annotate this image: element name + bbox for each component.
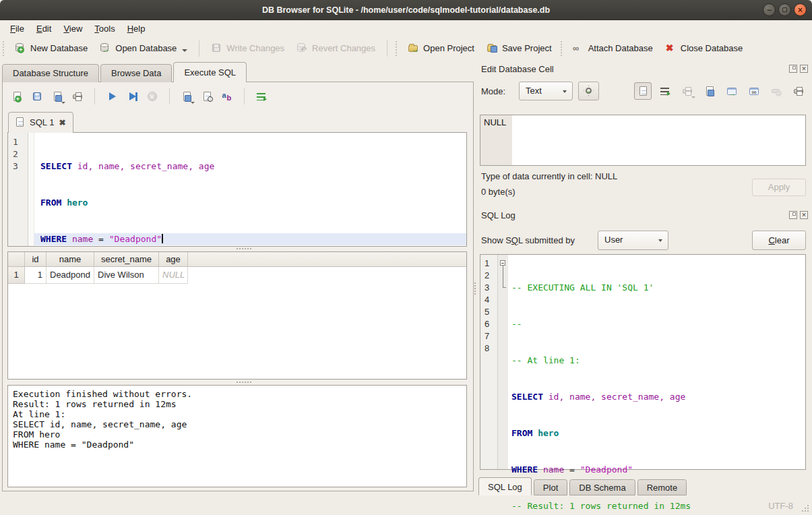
stop-icon: ✕: [147, 91, 158, 102]
fold-minus-icon[interactable]: [500, 260, 505, 266]
tab-remote[interactable]: Remote: [637, 479, 687, 495]
open-database-button[interactable]: Open Database: [94, 39, 193, 57]
cell-name[interactable]: Deadpond: [46, 267, 94, 284]
new-database-icon: [15, 42, 26, 54]
sql-editor[interactable]: 1 2 3 SELECT id, name, secret_name, age …: [7, 132, 467, 247]
save-sql-file-button[interactable]: [49, 88, 66, 105]
open-database-icon: [100, 42, 111, 54]
execute-all-button[interactable]: [103, 88, 121, 105]
word-wrap-cell-button[interactable]: [656, 82, 674, 100]
edit-cell-dock-header[interactable]: Edit Database Cell ✕: [477, 61, 812, 78]
column-header-age[interactable]: age: [159, 252, 188, 266]
open-external-button[interactable]: [723, 82, 741, 100]
stop-execution-button[interactable]: ✕: [144, 88, 161, 105]
tab-plot[interactable]: Plot: [534, 479, 567, 495]
close-database-button[interactable]: ✖ Close Database: [659, 39, 749, 57]
open-tab-button[interactable]: [8, 88, 26, 105]
column-header-secret-name[interactable]: secret_name: [94, 252, 159, 266]
sql-tab[interactable]: SQL 1 ✖: [8, 112, 73, 133]
apply-button[interactable]: Apply: [752, 179, 806, 196]
print-cell-button[interactable]: [790, 82, 807, 100]
sql-tab-close-icon[interactable]: ✖: [59, 119, 65, 126]
maximize-button[interactable]: [778, 3, 791, 16]
log-line: SELECT id, name, secret_name, age: [508, 391, 805, 403]
print-icon: [72, 91, 84, 102]
menu-tools[interactable]: Tools: [88, 22, 121, 35]
results-grid[interactable]: id name secret_name age 1 1 Deadpond Div…: [7, 251, 467, 380]
tab-db-schema[interactable]: DB Schema: [569, 479, 635, 495]
find-button[interactable]: [198, 88, 216, 105]
clear-log-button[interactable]: Clear: [752, 231, 806, 250]
cell-null-value: NULL: [480, 115, 512, 165]
toolbar-drag-handle[interactable]: [396, 41, 398, 56]
dock-close-button[interactable]: ✕: [800, 211, 808, 219]
column-header-id[interactable]: id: [25, 252, 46, 266]
dock-float-button[interactable]: [789, 211, 797, 219]
tab-sql-log[interactable]: SQL Log: [478, 477, 532, 495]
menu-help[interactable]: Help: [121, 22, 152, 35]
column-header-name[interactable]: name: [46, 252, 94, 266]
cell-type-info: Type of data currently in cell: NULL: [481, 171, 617, 181]
results-message-splitter[interactable]: [7, 380, 467, 384]
dropdown-caret-icon[interactable]: [182, 49, 187, 52]
menu-file[interactable]: File: [4, 22, 30, 35]
row-header[interactable]: 1: [8, 267, 25, 284]
corner-header[interactable]: [8, 252, 25, 266]
revert-changes-button[interactable]: Revert Changes: [290, 39, 381, 57]
mode-select[interactable]: Text: [519, 82, 573, 100]
menu-view[interactable]: View: [57, 22, 88, 35]
titlebar[interactable]: DB Browser for SQLite - /home/user/code/…: [0, 0, 812, 20]
toolbar-separator: [244, 88, 245, 104]
tab-execute-sql[interactable]: Execute SQL: [173, 62, 247, 82]
execute-all-icon: [106, 91, 118, 102]
import-cell-button[interactable]: [679, 82, 696, 100]
cell-age[interactable]: NULL: [159, 267, 188, 284]
mode-apply-button[interactable]: [578, 82, 599, 100]
minimize-button[interactable]: −: [763, 3, 776, 16]
save-project-icon: [487, 42, 498, 54]
log-line: -- EXECUTING ALL IN 'SQL 1': [508, 282, 805, 294]
print-cell-icon: [793, 86, 805, 97]
cell-value-editor[interactable]: NULL: [480, 115, 806, 166]
sql-log-dock-header[interactable]: SQL Log ✕: [477, 208, 812, 224]
resize-grip[interactable]: [802, 505, 809, 512]
tab-database-structure[interactable]: Database Structure: [2, 64, 99, 82]
attach-database-button[interactable]: ∞ Attach Database: [567, 39, 659, 57]
cell-secret-name[interactable]: Dive Wilson: [94, 267, 159, 284]
toolbar-drag-handle[interactable]: [3, 41, 5, 56]
new-database-button[interactable]: New Database: [9, 39, 94, 57]
copy-link-button[interactable]: [745, 82, 763, 100]
toolbar-drag-handle[interactable]: [561, 41, 563, 56]
print-button[interactable]: [69, 88, 86, 105]
dock-float-button[interactable]: [789, 65, 797, 73]
toolbar-separator: [199, 40, 199, 57]
attach-database-icon: ∞: [573, 42, 584, 54]
word-wrap-button[interactable]: [253, 88, 270, 105]
export-cell-button[interactable]: [701, 82, 718, 100]
dock-close-button[interactable]: ✕: [800, 65, 808, 73]
editor-results-splitter[interactable]: [7, 246, 467, 251]
text-mode-button[interactable]: [634, 82, 652, 100]
menu-edit[interactable]: Edit: [30, 22, 57, 35]
tab-browse-data[interactable]: Browse Data: [100, 64, 172, 82]
submitter-select[interactable]: User: [598, 231, 668, 250]
execution-message-panel[interactable]: Execution finished without errors. Resul…: [7, 385, 467, 487]
set-null-button[interactable]: [768, 82, 785, 100]
save-project-button[interactable]: Save Project: [480, 39, 558, 57]
open-project-button[interactable]: Open Project: [402, 39, 480, 57]
open-sql-file-button[interactable]: [28, 88, 46, 105]
toolbar-separator: [94, 88, 95, 104]
save-results-button[interactable]: [178, 88, 195, 105]
editor-code[interactable]: SELECT id, name, secret_name, age FROM h…: [34, 133, 466, 246]
encoding-indicator[interactable]: UTF-8: [768, 501, 793, 511]
execute-current-line-button[interactable]: [123, 88, 141, 105]
table-row[interactable]: 1 1 Deadpond Dive Wilson NULL: [8, 267, 466, 284]
dock-tabbar: SQL Log Plot DB Schema Remote: [478, 477, 689, 495]
sql-log-view[interactable]: 1 2 3 4 5 6 7 8 -- EXECUTING ALL IN 'SQL…: [480, 254, 806, 470]
write-changes-button[interactable]: Write Changes: [205, 39, 290, 57]
cell-id[interactable]: 1: [25, 267, 46, 284]
close-window-button[interactable]: ×: [794, 3, 807, 16]
dock-float-icon: [792, 212, 796, 216]
cell-mode-row: Mode: Text: [480, 82, 809, 102]
find-replace-button[interactable]: [218, 88, 236, 105]
